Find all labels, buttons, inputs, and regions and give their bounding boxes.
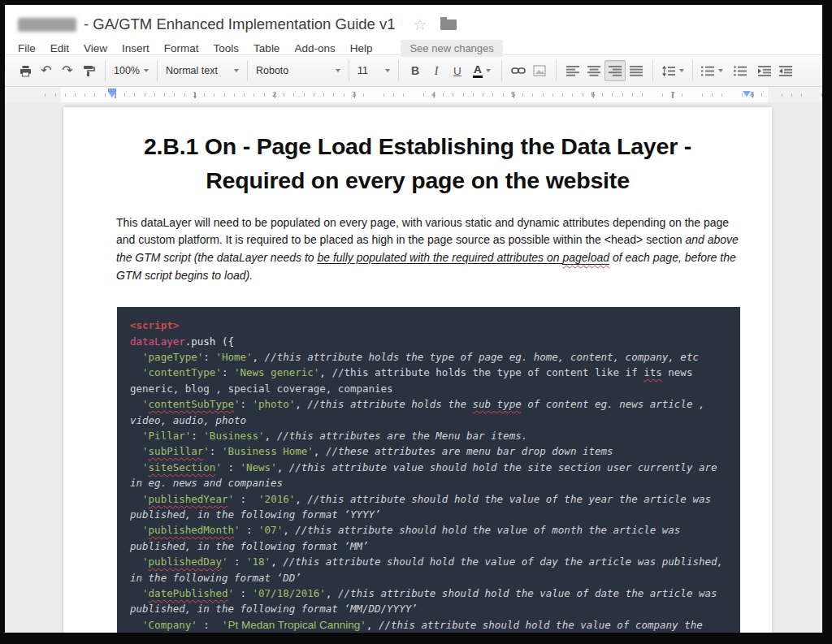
ruler-ticks: [5, 87, 822, 102]
code-line: 'subPillar': 'Business Home', //these at…: [130, 443, 727, 459]
menu-edit[interactable]: Edit: [43, 41, 76, 56]
chevron-down-icon: [385, 69, 390, 72]
numbered-list-button[interactable]: [699, 60, 726, 81]
ruler-number: 1: [193, 89, 197, 98]
menu-format[interactable]: Format: [157, 41, 206, 56]
chevron-down-icon: [336, 69, 340, 72]
align-justify-icon: [630, 66, 643, 76]
print-icon: [19, 64, 32, 78]
code-line: <script>: [130, 318, 727, 333]
code-line: 'Company' : 'Pt Medan Tropical Canning',…: [130, 617, 727, 633]
code-line: 'contentSubType': 'photo', //this attrib…: [130, 396, 727, 428]
outdent-icon: [758, 66, 771, 76]
text-color-button[interactable]: A: [468, 60, 496, 81]
bulleted-list-button[interactable]: [726, 60, 754, 81]
menu-help[interactable]: Help: [343, 41, 380, 56]
bold-icon: B: [411, 64, 419, 77]
left-indent-marker[interactable]: [108, 92, 116, 97]
ruler-number: 6: [591, 89, 595, 98]
bulleted-list-icon: [734, 66, 747, 76]
line-spacing-icon: [661, 66, 675, 76]
indent-icon: [779, 66, 792, 76]
menu-addons[interactable]: Add-ons: [287, 41, 342, 56]
style-value: Normal text: [166, 65, 218, 76]
menu-items: FileEditViewInsertFormatToolsTableAdd-on…: [18, 41, 379, 56]
ruler-number: 3: [352, 89, 356, 98]
align-left-button[interactable]: [562, 60, 583, 81]
menu-file[interactable]: File: [18, 41, 43, 56]
right-margin-marker[interactable]: [743, 91, 751, 97]
paint-format-icon: [82, 64, 95, 77]
see-new-changes-button[interactable]: See new changes: [401, 40, 502, 57]
menu-view[interactable]: View: [76, 41, 115, 56]
intro-paragraph: This dataLayer will need to be populated…: [116, 214, 743, 284]
code-block: <script>dataLayer.push ({ 'pageType': 'H…: [117, 307, 740, 633]
italic-icon: I: [434, 64, 438, 78]
menu-insert[interactable]: Insert: [115, 41, 157, 56]
font-size-value: 11: [358, 65, 368, 76]
toolbar: ↶ ↷ 100% Normal text Roboto 11 B I U A: [5, 54, 822, 87]
bold-button[interactable]: B: [405, 60, 426, 81]
line-spacing-button[interactable]: [659, 60, 687, 81]
left-margin-marker[interactable]: [108, 89, 116, 97]
paint-format-button[interactable]: [78, 60, 99, 81]
titlebar: - GA/GTM Enhanced Implementation Guide v…: [5, 5, 822, 54]
align-left-icon: [566, 66, 579, 76]
chevron-down-icon: [718, 69, 723, 72]
code-line: 'publishedDay' : '18', //this attribute …: [130, 554, 727, 586]
chevron-down-icon: [234, 69, 239, 72]
right-indent-marker[interactable]: [743, 91, 751, 97]
chevron-down-icon: [144, 69, 149, 72]
redo-button[interactable]: ↷: [57, 60, 78, 81]
ruler-number: 7: [670, 89, 674, 98]
paragraph-style-dropdown[interactable]: Normal text: [160, 60, 245, 81]
zoom-value: 100%: [114, 65, 140, 76]
code-line: 'publishedMonth' : '07', //this attribut…: [130, 522, 727, 554]
menu-table[interactable]: Table: [246, 41, 287, 56]
code-line: 'datePublished' : '07/18/2016', //this a…: [130, 586, 727, 617]
zoom-dropdown[interactable]: 100%: [108, 60, 154, 81]
document-heading: 2.B.1 On - Page Load Establishing the Da…: [114, 130, 722, 198]
align-right-icon: [609, 66, 622, 76]
undo-button[interactable]: ↶: [36, 60, 57, 81]
folder-icon[interactable]: [440, 19, 457, 30]
code-line: 'publishedYear' : '2016', //this attribu…: [130, 491, 727, 523]
align-center-button[interactable]: [583, 60, 604, 81]
star-icon[interactable]: ☆: [414, 17, 427, 32]
text-color-icon: A: [473, 63, 483, 79]
code-line: 'contentType': 'News generic', //this at…: [130, 365, 727, 396]
redacted-doc-name: [18, 18, 76, 32]
decrease-indent-button[interactable]: [754, 60, 775, 81]
screenshot-frame: - GA/GTM Enhanced Implementation Guide v…: [0, 0, 832, 644]
underline-button[interactable]: U: [447, 60, 468, 81]
document-page[interactable]: 2.B.1 On - Page Load Establishing the Da…: [63, 107, 772, 633]
print-button[interactable]: [15, 60, 36, 81]
numbered-list-icon: [701, 66, 714, 76]
code-line: 'pageType': 'Home', //this attribute hol…: [130, 349, 727, 365]
ruler-number: 2: [272, 89, 276, 98]
insert-link-icon: [511, 66, 526, 76]
redo-icon: ↷: [62, 64, 72, 77]
underline-icon: U: [453, 65, 462, 77]
insert-image-button[interactable]: [529, 60, 550, 81]
font-value: Roboto: [256, 65, 288, 76]
code-line: 'siteSection' : 'News', //this attribute…: [130, 460, 727, 491]
increase-indent-button[interactable]: [775, 60, 796, 81]
italic-button[interactable]: I: [426, 60, 447, 81]
google-docs-app: - GA/GTM Enhanced Implementation Guide v…: [5, 5, 822, 633]
ruler-number: 5: [511, 89, 515, 98]
align-center-icon: [587, 66, 600, 76]
chevron-down-icon: [486, 69, 491, 72]
insert-image-icon: [533, 65, 546, 76]
menu-tools[interactable]: Tools: [206, 41, 247, 56]
document-canvas: 2.B.1 On - Page Load Establishing the Da…: [5, 102, 822, 633]
insert-link-button[interactable]: [508, 60, 529, 81]
chevron-down-icon: [679, 69, 684, 72]
font-size-dropdown[interactable]: 11: [352, 60, 396, 81]
align-right-button[interactable]: [604, 60, 626, 81]
document-title[interactable]: - GA/GTM Enhanced Implementation Guide v…: [84, 15, 396, 33]
align-justify-button[interactable]: [626, 60, 647, 81]
code-line: dataLayer.push ({: [130, 334, 727, 349]
code-line: 'Pillar': 'Business', //this attributes …: [130, 428, 727, 443]
font-dropdown[interactable]: Roboto: [250, 60, 346, 81]
